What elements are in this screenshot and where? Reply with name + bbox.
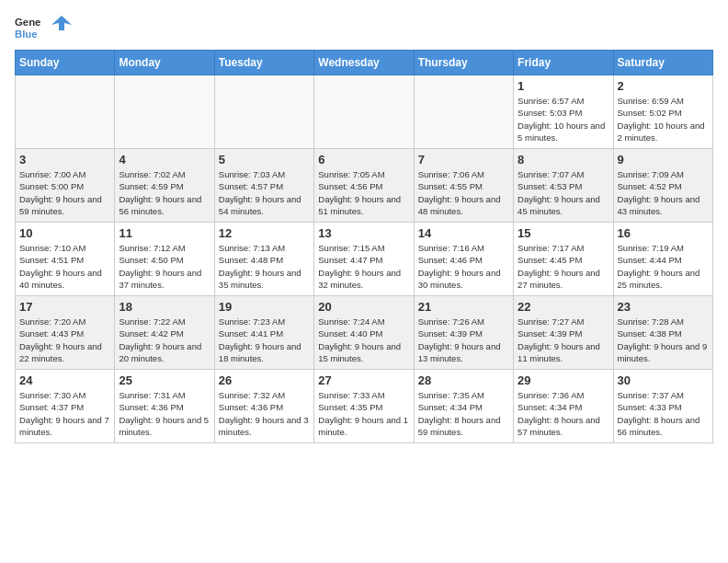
day-number: 12 [219, 226, 310, 240]
day-number: 9 [618, 153, 709, 167]
col-header-wednesday: Wednesday [314, 51, 414, 75]
day-number: 18 [119, 300, 210, 314]
day-info: Sunrise: 7:32 AM Sunset: 4:36 PM Dayligh… [219, 389, 310, 438]
day-cell: 28Sunrise: 7:35 AM Sunset: 4:34 PM Dayli… [414, 370, 513, 443]
day-number: 6 [318, 153, 409, 167]
day-info: Sunrise: 7:12 AM Sunset: 4:50 PM Dayligh… [119, 242, 210, 291]
day-number: 3 [19, 153, 110, 167]
day-cell: 21Sunrise: 7:26 AM Sunset: 4:39 PM Dayli… [414, 296, 513, 370]
day-cell: 15Sunrise: 7:17 AM Sunset: 4:45 PM Dayli… [514, 223, 613, 296]
day-cell: 27Sunrise: 7:33 AM Sunset: 4:35 PM Dayli… [314, 370, 414, 443]
day-number: 13 [318, 226, 409, 240]
day-info: Sunrise: 7:22 AM Sunset: 4:42 PM Dayligh… [119, 316, 210, 364]
day-number: 2 [618, 79, 709, 93]
logo-icon: General Blue [15, 15, 40, 40]
day-number: 27 [318, 373, 409, 387]
day-cell [115, 75, 214, 149]
day-cell [314, 75, 414, 149]
day-number: 24 [19, 373, 110, 387]
day-info: Sunrise: 7:35 AM Sunset: 4:34 PM Dayligh… [418, 389, 509, 438]
day-info: Sunrise: 7:26 AM Sunset: 4:39 PM Dayligh… [418, 316, 509, 364]
day-number: 22 [518, 300, 609, 314]
day-cell: 11Sunrise: 7:12 AM Sunset: 4:50 PM Dayli… [115, 223, 214, 296]
day-number: 1 [518, 79, 609, 93]
day-info: Sunrise: 7:10 AM Sunset: 4:51 PM Dayligh… [19, 242, 110, 291]
svg-text:General: General [15, 17, 40, 28]
day-cell: 8Sunrise: 7:07 AM Sunset: 4:53 PM Daylig… [514, 149, 613, 223]
day-number: 23 [618, 300, 709, 314]
day-cell [414, 75, 513, 149]
day-cell: 9Sunrise: 7:09 AM Sunset: 4:52 PM Daylig… [613, 149, 712, 223]
day-info: Sunrise: 7:33 AM Sunset: 4:35 PM Dayligh… [318, 389, 409, 438]
day-info: Sunrise: 7:24 AM Sunset: 4:40 PM Dayligh… [318, 316, 409, 364]
day-number: 25 [119, 373, 210, 387]
day-info: Sunrise: 7:19 AM Sunset: 4:44 PM Dayligh… [618, 242, 709, 291]
day-info: Sunrise: 7:07 AM Sunset: 4:53 PM Dayligh… [518, 168, 609, 217]
day-info: Sunrise: 7:03 AM Sunset: 4:57 PM Dayligh… [219, 168, 310, 217]
day-number: 17 [19, 300, 110, 314]
day-info: Sunrise: 7:15 AM Sunset: 4:47 PM Dayligh… [318, 242, 409, 291]
day-cell: 22Sunrise: 7:27 AM Sunset: 4:39 PM Dayli… [514, 296, 613, 370]
day-info: Sunrise: 7:27 AM Sunset: 4:39 PM Dayligh… [518, 316, 609, 364]
day-info: Sunrise: 7:20 AM Sunset: 4:43 PM Dayligh… [19, 316, 110, 364]
day-cell: 18Sunrise: 7:22 AM Sunset: 4:42 PM Dayli… [115, 296, 214, 370]
day-cell: 12Sunrise: 7:13 AM Sunset: 4:48 PM Dayli… [214, 223, 313, 296]
day-number: 26 [219, 373, 310, 387]
day-cell: 7Sunrise: 7:06 AM Sunset: 4:55 PM Daylig… [414, 149, 513, 223]
col-header-friday: Friday [514, 51, 613, 75]
day-cell: 4Sunrise: 7:02 AM Sunset: 4:59 PM Daylig… [115, 149, 214, 223]
day-number: 28 [418, 373, 509, 387]
day-cell: 30Sunrise: 7:37 AM Sunset: 4:33 PM Dayli… [613, 370, 712, 443]
day-cell: 6Sunrise: 7:05 AM Sunset: 4:56 PM Daylig… [314, 149, 414, 223]
day-cell: 20Sunrise: 7:24 AM Sunset: 4:40 PM Dayli… [314, 296, 414, 370]
day-number: 16 [618, 226, 709, 240]
week-row-5: 24Sunrise: 7:30 AM Sunset: 4:37 PM Dayli… [16, 370, 713, 443]
svg-marker-2 [51, 16, 72, 30]
day-number: 10 [19, 226, 110, 240]
day-info: Sunrise: 7:31 AM Sunset: 4:36 PM Dayligh… [119, 389, 210, 438]
day-cell [16, 75, 115, 149]
calendar-body: 1Sunrise: 6:57 AM Sunset: 5:03 PM Daylig… [16, 75, 713, 443]
day-cell: 24Sunrise: 7:30 AM Sunset: 4:37 PM Dayli… [16, 370, 115, 443]
day-info: Sunrise: 7:13 AM Sunset: 4:48 PM Dayligh… [219, 242, 310, 291]
week-row-1: 1Sunrise: 6:57 AM Sunset: 5:03 PM Daylig… [16, 75, 713, 149]
day-info: Sunrise: 7:28 AM Sunset: 4:38 PM Dayligh… [618, 316, 709, 364]
day-number: 29 [518, 373, 609, 387]
day-number: 15 [518, 226, 609, 240]
day-info: Sunrise: 7:09 AM Sunset: 4:52 PM Dayligh… [618, 168, 709, 217]
day-info: Sunrise: 7:06 AM Sunset: 4:55 PM Dayligh… [418, 168, 509, 217]
header: General Blue [15, 15, 713, 40]
day-number: 20 [318, 300, 409, 314]
day-info: Sunrise: 7:36 AM Sunset: 4:34 PM Dayligh… [518, 389, 609, 438]
logo: General Blue [15, 15, 72, 40]
day-cell: 16Sunrise: 7:19 AM Sunset: 4:44 PM Dayli… [613, 223, 712, 296]
day-cell: 19Sunrise: 7:23 AM Sunset: 4:41 PM Dayli… [214, 296, 313, 370]
col-header-monday: Monday [115, 51, 214, 75]
day-info: Sunrise: 7:17 AM Sunset: 4:45 PM Dayligh… [518, 242, 609, 291]
week-row-3: 10Sunrise: 7:10 AM Sunset: 4:51 PM Dayli… [16, 223, 713, 296]
week-row-4: 17Sunrise: 7:20 AM Sunset: 4:43 PM Dayli… [16, 296, 713, 370]
day-cell: 17Sunrise: 7:20 AM Sunset: 4:43 PM Dayli… [16, 296, 115, 370]
col-header-thursday: Thursday [414, 51, 513, 75]
day-info: Sunrise: 7:30 AM Sunset: 4:37 PM Dayligh… [19, 389, 110, 438]
day-cell: 10Sunrise: 7:10 AM Sunset: 4:51 PM Dayli… [16, 223, 115, 296]
day-info: Sunrise: 7:37 AM Sunset: 4:33 PM Dayligh… [618, 389, 709, 438]
day-number: 11 [119, 226, 210, 240]
calendar-header-row: SundayMondayTuesdayWednesdayThursdayFrid… [16, 51, 713, 75]
day-cell: 3Sunrise: 7:00 AM Sunset: 5:00 PM Daylig… [16, 149, 115, 223]
day-info: Sunrise: 7:05 AM Sunset: 4:56 PM Dayligh… [318, 168, 409, 217]
day-info: Sunrise: 6:59 AM Sunset: 5:02 PM Dayligh… [618, 95, 709, 144]
day-info: Sunrise: 6:57 AM Sunset: 5:03 PM Dayligh… [518, 95, 609, 144]
day-cell [214, 75, 313, 149]
svg-text:Blue: Blue [15, 29, 38, 40]
col-header-sunday: Sunday [16, 51, 115, 75]
day-info: Sunrise: 7:02 AM Sunset: 4:59 PM Dayligh… [119, 168, 210, 217]
day-info: Sunrise: 7:16 AM Sunset: 4:46 PM Dayligh… [418, 242, 509, 291]
col-header-tuesday: Tuesday [214, 51, 313, 75]
day-number: 7 [418, 153, 509, 167]
day-number: 8 [518, 153, 609, 167]
day-cell: 26Sunrise: 7:32 AM Sunset: 4:36 PM Dayli… [214, 370, 313, 443]
day-cell: 2Sunrise: 6:59 AM Sunset: 5:02 PM Daylig… [613, 75, 712, 149]
day-number: 21 [418, 300, 509, 314]
col-header-saturday: Saturday [613, 51, 712, 75]
